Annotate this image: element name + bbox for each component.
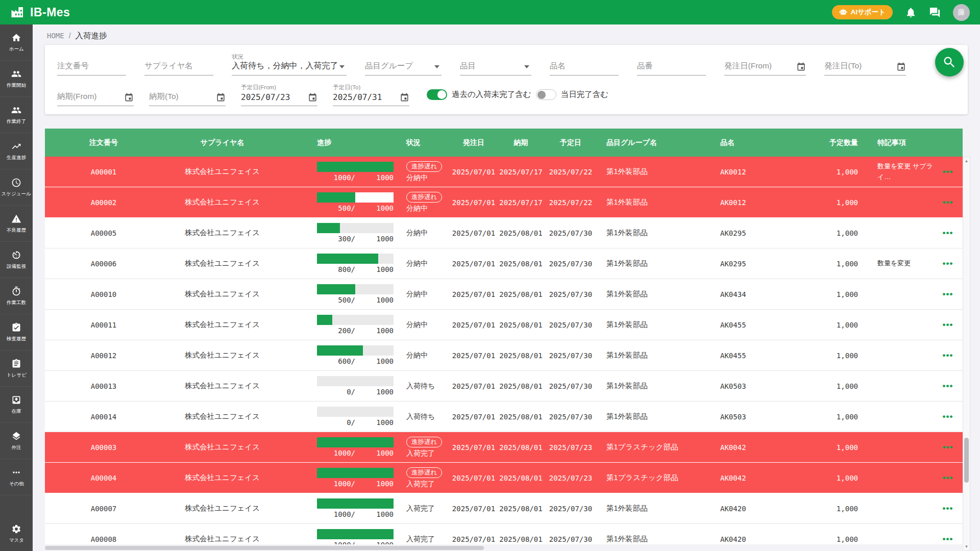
row-actions-button[interactable]: ••• <box>943 259 953 269</box>
filter-item-name[interactable]: 品名 <box>550 50 619 76</box>
supplier-cell: 株式会社ユニフェイス <box>162 350 282 360</box>
horizontal-scrollbar-thumb[interactable] <box>45 546 484 550</box>
order-date-cell: 2025/07/01 <box>451 352 497 360</box>
search-button[interactable] <box>935 48 964 77</box>
filter-status-select[interactable]: 状況 入荷待ち，分納中，入荷完了 <box>232 50 347 76</box>
filter-supplier[interactable]: サプライヤ名 <box>144 50 213 76</box>
avatar[interactable]: 藤 <box>953 4 970 21</box>
calendar-icon[interactable] <box>308 92 317 102</box>
planned-date-cell: 2025/07/30 <box>545 382 596 390</box>
progress-cell: 1000/1000 <box>282 432 402 462</box>
toggle-include-today-complete[interactable] <box>536 89 556 100</box>
sidebar-item-label: 設備監視 <box>7 263 26 269</box>
item-group-cell: 第1プラスチック部品 <box>596 473 711 483</box>
breadcrumb-home-link[interactable]: HOME <box>47 32 64 40</box>
row-actions-button[interactable]: ••• <box>943 350 953 361</box>
table-header-row: 注文番号サプライヤ名進捗状況発注日納期予定日品目グループ名品名予定数量特記事項 <box>45 129 963 157</box>
row-actions-button[interactable]: ••• <box>943 504 953 514</box>
calendar-icon[interactable] <box>400 92 409 102</box>
sidebar-item-defect-history[interactable]: 不良履歴 <box>0 206 33 242</box>
qty-cell: 1,000 <box>813 474 864 482</box>
status-cell: 分納中 <box>402 248 451 279</box>
progress-values: 0/1000 <box>317 418 394 427</box>
row-actions-button[interactable]: ••• <box>943 228 953 238</box>
row-actions-button[interactable]: ••• <box>943 534 953 544</box>
filter-due-to[interactable]: 納期(To) <box>149 81 226 106</box>
calendar-icon[interactable] <box>124 92 134 102</box>
sidebar-item-traceability[interactable]: トレサビ <box>0 350 33 387</box>
calendar-icon[interactable] <box>796 62 806 71</box>
scroll-up-icon[interactable]: ▲ <box>963 159 970 163</box>
sidebar-item-home[interactable]: ホーム <box>0 24 33 61</box>
app-logo[interactable]: IB-Mes <box>10 5 70 20</box>
column-header: 予定数量 <box>813 138 864 147</box>
row-actions-button[interactable]: ••• <box>943 412 953 422</box>
sidebar-item-outsourcing[interactable]: 外注 <box>0 423 33 459</box>
filter-item-select[interactable]: 品目 <box>460 50 531 76</box>
due-date-cell: 2025/08/01 <box>497 229 545 237</box>
status-cell: 進捗遅れ分納中 <box>402 157 451 187</box>
item-name-cell: AK0295 <box>711 260 813 268</box>
row-actions-button[interactable]: ••• <box>943 197 953 208</box>
order-date-cell: 2025/07/01 <box>451 535 497 543</box>
order-date-cell: 2025/07/01 <box>451 290 497 298</box>
trend-icon <box>11 141 21 152</box>
notifications-icon[interactable] <box>905 7 917 18</box>
sidebar-item-label: 作業工数 <box>7 299 26 306</box>
vertical-scrollbar-thumb[interactable] <box>964 438 969 483</box>
filter-planned-to[interactable]: 予定日(To) 2025/07/31 <box>333 81 409 106</box>
sidebar-item-inventory[interactable]: 在庫 <box>0 387 33 423</box>
progress-cell: 500/1000 <box>282 187 402 217</box>
filter-order-date-to[interactable]: 発注日(To) <box>824 50 906 76</box>
calendar-icon[interactable] <box>896 62 906 71</box>
filter-item-no[interactable]: 品番 <box>637 50 706 76</box>
supplier-cell: 株式会社ユニフェイス <box>162 259 282 268</box>
sidebar-item-inspection-history[interactable]: 検査履歴 <box>0 314 33 350</box>
filter-item-group-select[interactable]: 品目グループ <box>365 50 442 76</box>
row-actions-button[interactable]: ••• <box>943 381 953 391</box>
sidebar-item-production-progress[interactable]: 生産進捗 <box>0 133 33 169</box>
sidebar-item-master[interactable]: マスタ <box>0 516 33 551</box>
ai-support-button[interactable]: AIサポート <box>832 5 893 19</box>
filter-order-no[interactable]: 注文番号 <box>57 50 126 76</box>
filter-planned-from[interactable]: 予定日(From) 2025/07/23 <box>241 81 317 106</box>
supplier-cell: 株式会社ユニフェイス <box>162 473 282 483</box>
toggle-include-past-incomplete[interactable] <box>427 89 447 100</box>
sidebar-item-work-start[interactable]: 作業開始 <box>0 61 33 97</box>
filter-order-date-from[interactable]: 発注日(From) <box>724 50 806 76</box>
sidebar-item-schedule[interactable]: スケジュール <box>0 169 33 206</box>
vertical-scrollbar[interactable]: ▲ ▼ <box>963 157 970 551</box>
item-group-cell: 第1外装部品 <box>596 259 711 268</box>
chat-icon[interactable] <box>929 7 941 18</box>
actions-cell: ••• <box>933 442 963 453</box>
row-actions-button[interactable]: ••• <box>943 473 953 483</box>
filter-panel: 注文番号 サプライヤ名 状況 入荷待ち，分納中，入荷完了 品目グループ 品目 品… <box>45 45 968 114</box>
progress-cell: 200/1000 <box>282 310 402 340</box>
delay-badge: 進捗遅れ <box>406 192 442 203</box>
row-actions-button[interactable]: ••• <box>943 320 953 330</box>
table-row: A00014株式会社ユニフェイス0/1000入荷待ち2025/07/012025… <box>45 402 963 432</box>
sidebar-item-label: スケジュール <box>2 190 31 197</box>
sidebar-item-work-end[interactable]: 作業終了 <box>0 97 33 133</box>
row-actions-button[interactable]: ••• <box>943 167 953 177</box>
calendar-icon[interactable] <box>216 92 226 102</box>
progress-bar-fill <box>317 162 394 172</box>
toggle-knob <box>437 90 446 99</box>
status-cell: 分納中 <box>402 279 451 309</box>
row-actions-button[interactable]: ••• <box>943 442 953 453</box>
sidebar-item-work-hours[interactable]: 作業工数 <box>0 278 33 314</box>
sidebar-item-label: 生産進捗 <box>7 154 26 161</box>
sidebar-item-label: 不良履歴 <box>7 227 26 233</box>
progress-values: 1000/1000 <box>317 510 394 518</box>
layers-icon <box>11 431 21 441</box>
filter-due-from[interactable]: 納期(From) <box>57 81 134 106</box>
row-actions-button[interactable]: ••• <box>943 289 953 299</box>
sidebar-item-others[interactable]: その他 <box>0 459 33 495</box>
scroll-down-icon[interactable]: ▼ <box>963 544 970 549</box>
qty-cell: 1,000 <box>813 382 864 390</box>
horizontal-scrollbar[interactable] <box>33 544 963 551</box>
planned-date-cell: 2025/07/30 <box>545 352 596 360</box>
item-group-cell: 第1プラスチック部品 <box>596 442 711 452</box>
sidebar-item-equipment-monitor[interactable]: 設備監視 <box>0 242 33 278</box>
item-group-cell: 第1外装部品 <box>596 534 711 544</box>
